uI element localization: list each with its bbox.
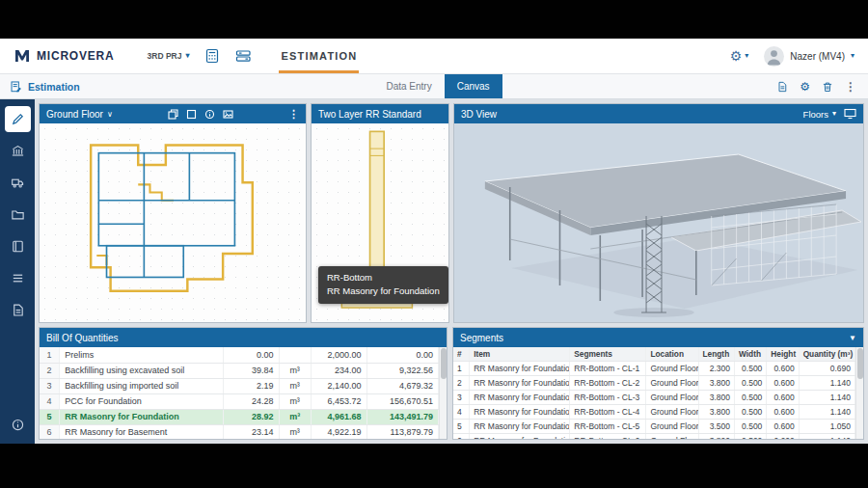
tab-canvas[interactable]: Canvas (445, 74, 502, 98)
tab-data-entry[interactable]: Data Entry (373, 74, 444, 98)
view3d-canvas[interactable] (454, 123, 863, 322)
select-region-icon[interactable] (186, 109, 197, 120)
brand: MICROVERA (14, 47, 115, 65)
boq-quantity: 0.00 (223, 347, 279, 363)
boq-rate: 2,000.00 (311, 347, 366, 363)
segment-quantity: 1.140 (799, 433, 854, 439)
sidebar-item-edit[interactable] (5, 106, 31, 132)
boq-row[interactable]: 2 Backfilling using excavated soil 39.84… (40, 363, 439, 378)
letterbox-top (0, 0, 868, 39)
segment-row[interactable]: 4 RR Masonry for Foundation RR-Bottom - … (453, 404, 855, 419)
calculator-button[interactable] (204, 48, 220, 64)
boq-amount: 143,491.79 (366, 409, 438, 424)
folder-icon (11, 207, 25, 222)
boq-row[interactable]: 5 RR Masonry for Foundation 28.92 m³ 4,9… (40, 409, 439, 424)
boq-rate: 4,922.19 (311, 424, 366, 439)
subheader: Estimation Data Entry Canvas ⚙ (0, 74, 868, 99)
sidebar-item-report[interactable] (5, 297, 31, 323)
boq-quantity: 28.92 (223, 409, 279, 424)
segment-row[interactable]: 1 RR Masonry for Foundation RR-Bottom - … (453, 361, 855, 375)
caret-down-icon: ▾ (745, 52, 748, 60)
user-name: Nazer (MV4) (790, 51, 845, 62)
segment-name: RR-Bottom - CL-2 (570, 375, 646, 390)
sidebar-item-files[interactable] (5, 202, 31, 228)
segment-width: 0.500 (735, 419, 767, 433)
segment-row[interactable]: 6 RR Masonry for Foundation RR-Bottom - … (453, 433, 855, 439)
boq-table-wrap: 1 Prelims 0.00 2,000.00 0.00 (40, 347, 447, 439)
user-menu[interactable]: Nazer (MV4) ▾ (764, 46, 854, 67)
segment-item: RR Masonry for Foundation (470, 433, 570, 439)
breadcrumb[interactable]: Estimation (0, 74, 373, 98)
boq-header: Bill Of Quantities (40, 328, 447, 347)
delete-button[interactable] (822, 80, 833, 94)
segment-row[interactable]: 2 RR Masonry for Foundation RR-Bottom - … (453, 375, 855, 390)
billing-button[interactable] (235, 48, 252, 64)
caret-down-icon: ▾ (832, 110, 836, 118)
segment-height: 0.600 (767, 361, 799, 375)
boq-row[interactable]: 4 PCC for Foundation 24.28 m³ 6,453.72 1… (40, 393, 439, 409)
segment-length: 3.500 (698, 419, 734, 433)
boq-quantity: 2.19 (223, 378, 279, 393)
boq-amount: 0.00 (366, 347, 438, 363)
sidebar-item-library[interactable] (5, 233, 31, 259)
duplicate-icon[interactable] (168, 109, 178, 120)
more-options-button[interactable]: ⋮ (845, 81, 856, 93)
document-icon (776, 80, 788, 94)
canvas-settings-button[interactable]: ⚙ (800, 81, 810, 93)
building-wireframe (454, 123, 863, 322)
boq-rate: 2,140.00 (311, 378, 366, 393)
info-icon[interactable] (204, 109, 215, 120)
boq-row-number: 4 (40, 393, 60, 409)
boq-amount: 113,879.79 (366, 424, 438, 439)
segment-length: 3.800 (698, 375, 734, 390)
segment-height: 0.600 (767, 433, 799, 439)
boq-unit: m³ (279, 409, 311, 424)
segments-header-row: # Item Segments Location Length Width He… (453, 347, 855, 361)
segment-length: 3.800 (698, 433, 734, 439)
floors-dropdown[interactable]: Floors ▾ (803, 109, 836, 120)
calculator-icon (204, 48, 220, 64)
sidebar-item-list[interactable] (5, 265, 31, 291)
floor-selector[interactable]: Ground Floor ∨ (46, 109, 113, 120)
segment-width: 0.500 (735, 361, 767, 375)
boq-row[interactable]: 1 Prelims 0.00 2,000.00 0.00 (40, 347, 439, 363)
sidebar-item-info[interactable] (5, 412, 31, 438)
segment-height: 0.600 (767, 375, 799, 390)
col-segments: Segments (570, 347, 646, 361)
boq-scrollbar-thumb[interactable] (441, 348, 447, 379)
image-icon[interactable] (223, 109, 233, 120)
segments-scrollbar-thumb[interactable] (857, 348, 863, 379)
segment-location: Ground Floor (646, 433, 698, 439)
gear-icon: ⚙ (800, 81, 810, 93)
floor-plan-canvas[interactable] (40, 123, 306, 323)
expand-icon[interactable] (844, 108, 856, 120)
breadcrumb-label: Estimation (28, 81, 80, 93)
sidebar-item-transport[interactable] (5, 170, 31, 196)
segment-width: 0.500 (735, 433, 767, 439)
boq-rate: 4,961.68 (311, 409, 366, 424)
row-top: Ground Floor ∨ (39, 103, 864, 323)
boq-row[interactable]: 6 RR Masonry for Basement 23.14 m³ 4,922… (40, 424, 439, 439)
report-button[interactable] (776, 80, 788, 94)
boq-row[interactable]: 3 Backfilling using imported soil 2.19 m… (40, 378, 439, 393)
segment-row[interactable]: 5 RR Masonry for Foundation RR-Bottom - … (453, 419, 855, 433)
kebab-icon[interactable]: ⋮ (288, 109, 299, 120)
settings-menu[interactable]: ⚙ ▾ (730, 49, 749, 63)
segment-row[interactable]: 3 RR Masonry for Foundation RR-Bottom - … (453, 390, 855, 404)
sidebar-item-bank[interactable] (5, 138, 31, 164)
boq-row-number: 6 (40, 424, 60, 439)
segment-item: RR Masonry for Foundation (470, 419, 570, 433)
view-tabs: Data Entry Canvas (373, 74, 502, 98)
boq-row-number: 2 (40, 363, 60, 378)
segment-quantity: 1.140 (799, 404, 854, 419)
project-selector[interactable]: 3RD PRJ ▾ (148, 51, 190, 61)
segment-name: RR-Bottom - CL-6 (570, 433, 646, 439)
segment-name: RR-Bottom - CL-1 (570, 361, 646, 375)
wall-section-canvas[interactable]: RR-Bottom RR Masonry for Foundation (312, 123, 448, 323)
segment-row-number: 3 (453, 390, 470, 404)
boq-rate: 234.00 (311, 363, 366, 378)
segments-title: Segments (460, 333, 503, 343)
segments-header: Segments ▼ (453, 328, 863, 347)
collapse-icon[interactable]: ▼ (849, 334, 856, 342)
segment-quantity: 1.050 (799, 419, 854, 433)
